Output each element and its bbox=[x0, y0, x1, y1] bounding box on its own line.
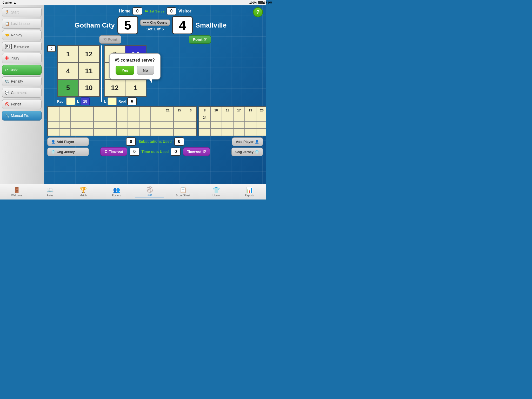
tab-libero-label: Libero bbox=[212, 194, 220, 197]
help-button[interactable]: ? bbox=[253, 7, 263, 17]
manual-fix-button[interactable]: 🔧 Manual Fix bbox=[2, 111, 42, 121]
track-cell bbox=[94, 107, 105, 114]
tab-libero[interactable]: 👕 Libero bbox=[200, 186, 233, 198]
chg-jersey-left-button[interactable]: 👕 Chg Jersey bbox=[47, 148, 89, 156]
replay-icon: 🤝 bbox=[5, 33, 9, 37]
v-track-3r3 bbox=[222, 121, 233, 129]
replay-button[interactable]: 🤝 Replay bbox=[2, 30, 42, 40]
player-cell-12[interactable]: 12 bbox=[78, 46, 99, 63]
tab-rosters[interactable]: 👥 Rosters bbox=[100, 186, 133, 198]
visitor-repl-label: Repl bbox=[118, 99, 126, 103]
teams-row: Gotham City 5 ⇔ ⇔ Chg Courts Set 1 of 5 … bbox=[47, 16, 263, 34]
home-repl-box[interactable] bbox=[66, 97, 75, 105]
track-cell bbox=[71, 121, 82, 129]
track-cell bbox=[82, 114, 94, 121]
court-divider bbox=[101, 45, 102, 102]
add-player-left-icon: 👤 bbox=[51, 140, 55, 144]
player-cell-5[interactable]: 5 bbox=[58, 79, 78, 96]
point-left-button[interactable]: ☜ Point bbox=[99, 35, 121, 44]
penalty-button[interactable]: 🥽 Penalty bbox=[2, 76, 42, 86]
chg-courts-icon: ⇔ bbox=[143, 21, 146, 24]
forfeit-button[interactable]: 🚫 Forfeit bbox=[2, 99, 42, 109]
undo-button[interactable]: ↩ Undo bbox=[2, 65, 42, 75]
chg-courts-button[interactable]: ⇔ ⇔ Chg Courts bbox=[140, 19, 170, 26]
match-icon: 🏆 bbox=[80, 187, 87, 194]
popup-question: #5 contacted serve? bbox=[115, 58, 155, 63]
track-cell bbox=[94, 121, 105, 129]
player-cell-4[interactable]: 4 bbox=[58, 63, 78, 79]
home-game-score[interactable]: 5 bbox=[117, 16, 138, 34]
hand-right-icon: ☞ bbox=[204, 37, 207, 42]
tab-set-label: Set bbox=[148, 194, 152, 196]
visitor-cell-12[interactable]: 12 bbox=[104, 79, 125, 96]
track-cell bbox=[151, 114, 162, 121]
track-cell bbox=[48, 107, 59, 114]
lineup-icon: 📋 bbox=[5, 22, 9, 26]
visitor-set-score: 0 bbox=[167, 7, 176, 15]
wifi-icon: ▲ bbox=[14, 1, 16, 4]
visitor-cell-1[interactable]: 1 bbox=[125, 79, 146, 96]
tab-set[interactable]: 🏐 Set bbox=[133, 185, 166, 198]
re-serve-button[interactable]: RS Re-serve bbox=[2, 42, 42, 51]
visitor-l-box[interactable] bbox=[108, 97, 117, 105]
tab-reports[interactable]: 📊 Reports bbox=[233, 186, 266, 198]
add-player-right-button[interactable]: Add Player 👤 bbox=[232, 137, 263, 146]
tab-match-label: Match bbox=[79, 194, 87, 197]
point-right-button[interactable]: Point ☞ bbox=[189, 35, 211, 44]
tab-match[interactable]: 🏆 Match bbox=[66, 186, 100, 198]
v-track-4r2 bbox=[210, 129, 222, 136]
tab-rules[interactable]: 📖 Rules bbox=[33, 186, 66, 198]
v-track-4r6 bbox=[256, 129, 266, 136]
track-cell bbox=[162, 129, 174, 136]
v-track-r3 bbox=[233, 114, 245, 121]
player-cell-11[interactable]: 11 bbox=[78, 63, 99, 79]
set-label: Set 1 of 5 bbox=[147, 27, 164, 31]
tab-welcome-label: Welcome bbox=[11, 194, 22, 197]
penalty-icon: 🥽 bbox=[5, 79, 9, 83]
popup-no-button[interactable]: No bbox=[137, 66, 154, 75]
track-cell bbox=[128, 121, 139, 129]
timeout-right-button[interactable]: Time-out ⏱ bbox=[183, 147, 210, 156]
track-cell-15: 15 bbox=[174, 107, 185, 114]
player-cell-10[interactable]: 10 bbox=[78, 79, 99, 96]
track-cell bbox=[174, 121, 185, 129]
v-track-3r1 bbox=[199, 121, 210, 129]
track-cell bbox=[59, 129, 71, 136]
sidebar: 🏃 Start 📋 Last Lineup 🤝 Replay RS Re-ser… bbox=[0, 5, 44, 184]
v-track-3r5 bbox=[245, 121, 256, 129]
tab-welcome[interactable]: 🚪 Welcome bbox=[0, 186, 33, 198]
chg-jersey-right-button[interactable]: Chg Jersey 👕 bbox=[231, 148, 263, 156]
visitor-game-score[interactable]: 4 bbox=[172, 16, 193, 34]
v-track-4r4 bbox=[233, 129, 245, 136]
tab-score-sheet-label: Score Sheet bbox=[176, 194, 190, 197]
add-player-left-button[interactable]: 👤 Add Player bbox=[47, 137, 89, 146]
injury-button[interactable]: ✚ Injury bbox=[2, 53, 42, 63]
track-cell bbox=[174, 114, 185, 121]
v-track-4r1 bbox=[199, 129, 210, 136]
start-button[interactable]: 🏃 Start bbox=[2, 7, 42, 17]
timeout-left-button[interactable]: ⏱ Time-out bbox=[100, 147, 127, 156]
status-bar: Carrier ▲ 10:37 PM 100% bbox=[0, 0, 266, 5]
visitor-l-label: L bbox=[104, 99, 106, 103]
tab-rosters-label: Rosters bbox=[112, 194, 121, 197]
tab-score-sheet[interactable]: 📋 Score Sheet bbox=[166, 186, 200, 198]
v-track-19: 19 bbox=[245, 107, 256, 114]
track-cell bbox=[139, 121, 151, 129]
track-cell bbox=[116, 121, 128, 129]
home-l-number: 18 bbox=[81, 97, 90, 105]
comment-button[interactable]: 💬 Comment bbox=[2, 88, 42, 98]
track-cell bbox=[162, 121, 174, 129]
tab-active-underline bbox=[135, 197, 164, 197]
player-cell-1[interactable]: 1 bbox=[58, 46, 78, 63]
track-cell bbox=[105, 129, 116, 136]
track-cell bbox=[59, 121, 71, 129]
score-sheet-icon: 📋 bbox=[179, 187, 187, 194]
track-cell bbox=[59, 107, 71, 114]
popup-yes-button[interactable]: Yes bbox=[116, 66, 134, 75]
last-lineup-button[interactable]: 📋 Last Lineup bbox=[2, 19, 42, 29]
track-cell bbox=[185, 121, 196, 129]
v-track-r4 bbox=[245, 114, 256, 121]
track-cell bbox=[139, 129, 151, 136]
track-cell bbox=[151, 129, 162, 136]
track-cell bbox=[48, 121, 59, 129]
